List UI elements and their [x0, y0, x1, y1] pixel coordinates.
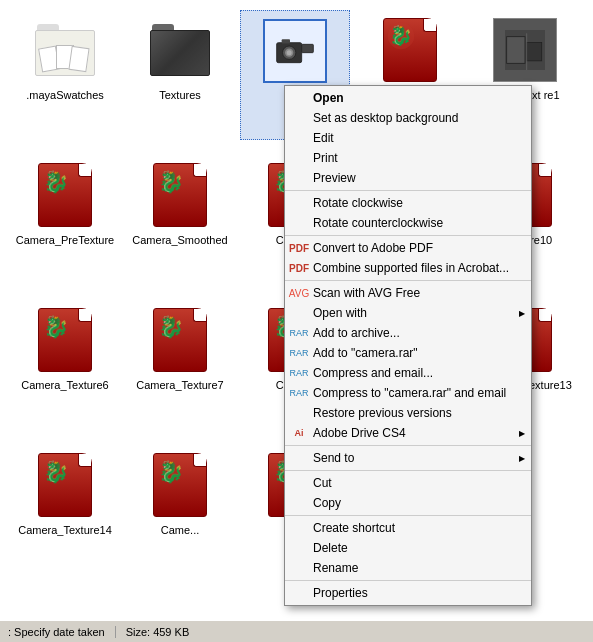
ctx-icon-avg: AVG	[291, 285, 307, 301]
svg-rect-10	[527, 43, 542, 61]
ctx-sep-4	[285, 445, 531, 446]
svg-rect-5	[282, 39, 290, 43]
ctx-item-add-camera-rar[interactable]: RAR Add to "camera.rar"	[285, 343, 531, 363]
dragon-svg-texture6: 🐉	[39, 309, 73, 343]
file-label-mayaswatches: .mayaSwatches	[26, 88, 104, 102]
file-label-camera-texture6: Camera_Texture6	[21, 378, 108, 392]
ctx-icon-rar1: RAR	[291, 325, 307, 341]
context-menu: Open Set as desktop background Edit Prin…	[284, 85, 532, 606]
ctx-icon-pdf: PDF	[291, 240, 307, 256]
dragon-svg-smoothed: 🐉	[154, 164, 188, 198]
file-label-textures: Textures	[159, 88, 201, 102]
folder-icon-textures	[148, 18, 212, 82]
ctx-item-adobe-drive[interactable]: Ai Adobe Drive CS4	[285, 423, 531, 443]
svg-rect-4	[302, 44, 314, 52]
file-label-camera-smoothed: Camera_Smoothed	[132, 233, 227, 247]
ctx-item-pdf-convert[interactable]: PDF Convert to Adobe PDF	[285, 238, 531, 258]
file-item-camera-smoothed[interactable]: 🐉 Camera_Smoothed	[125, 155, 235, 285]
ctx-icon-adobe: Ai	[291, 425, 307, 441]
ctx-sep-5	[285, 470, 531, 471]
red-file-icon-pre: 🐉	[33, 163, 97, 227]
ctx-item-set-desktop[interactable]: Set as desktop background	[285, 108, 531, 128]
dragon-svg-texture7: 🐉	[154, 309, 188, 343]
red-file-icon-4: 🐉	[378, 18, 442, 82]
ctx-item-restore-versions[interactable]: Restore previous versions	[285, 403, 531, 423]
svg-point-3	[287, 50, 292, 55]
ctx-item-rename[interactable]: Rename	[285, 558, 531, 578]
ctx-item-avg[interactable]: AVG Scan with AVG Free	[285, 283, 531, 303]
red-file-icon-texture6: 🐉	[33, 308, 97, 372]
svg-text:🐉: 🐉	[158, 169, 184, 195]
dragon-svg-pre: 🐉	[39, 164, 73, 198]
ctx-sep-6	[285, 515, 531, 516]
ctx-icon-open	[291, 90, 307, 106]
svg-text:🐉: 🐉	[43, 314, 69, 340]
ctx-icon-rar4: RAR	[291, 385, 307, 401]
dark-img-svg	[505, 30, 545, 70]
file-item-camera-texture6[interactable]: 🐉 Camera_Texture6	[10, 300, 120, 430]
svg-text:🐉: 🐉	[158, 314, 184, 340]
camera-img-icon	[263, 19, 327, 83]
ctx-item-cut[interactable]: Cut	[285, 473, 531, 493]
svg-text:🐉: 🐉	[43, 459, 69, 485]
ctx-item-preview[interactable]: Preview	[285, 168, 531, 188]
ctx-item-edit[interactable]: Edit	[285, 128, 531, 148]
status-size: Size: 459 KB	[126, 626, 200, 638]
ctx-sep-7	[285, 580, 531, 581]
ctx-item-open-with[interactable]: Open with	[285, 303, 531, 323]
file-label-camera-texture13: Camera_Texture14	[18, 523, 112, 537]
red-file-icon-smoothed: 🐉	[148, 163, 212, 227]
svg-text:🐉: 🐉	[158, 459, 184, 485]
ctx-item-open[interactable]: Open	[285, 88, 531, 108]
svg-text:🐉: 🐉	[43, 169, 69, 195]
dragon-svg-texture13: 🐉	[39, 454, 73, 488]
file-label-camera-texture7: Camera_Texture7	[136, 378, 223, 392]
svg-rect-9	[507, 37, 525, 64]
file-label-camera-texture14: Came...	[161, 523, 200, 537]
camera-svg	[275, 35, 315, 67]
ctx-sep-2	[285, 235, 531, 236]
ctx-item-rotate-cw[interactable]: Rotate clockwise	[285, 193, 531, 213]
ctx-item-compress-email[interactable]: RAR Compress and email...	[285, 363, 531, 383]
ctx-item-send-to[interactable]: Send to	[285, 448, 531, 468]
status-date: : Specify date taken	[8, 626, 116, 638]
file-item-camera-texture14[interactable]: 🐉 Came...	[125, 445, 235, 575]
ctx-item-compress-rar-email[interactable]: RAR Compress to "camera.rar" and email	[285, 383, 531, 403]
svg-text:🐉: 🐉	[389, 24, 413, 47]
ctx-item-pdf-combine[interactable]: PDF Combine supported files in Acrobat..…	[285, 258, 531, 278]
ctx-icon-rar2: RAR	[291, 345, 307, 361]
file-item-mayaswatches[interactable]: .mayaSwatches	[10, 10, 120, 140]
file-label-camera-pre-texture: Camera_PreTexture	[16, 233, 114, 247]
ctx-icon-rar3: RAR	[291, 365, 307, 381]
file-item-textures[interactable]: Textures	[125, 10, 235, 140]
ctx-sep-3	[285, 280, 531, 281]
status-bar: : Specify date taken Size: 459 KB	[0, 620, 593, 642]
ctx-item-create-shortcut[interactable]: Create shortcut	[285, 518, 531, 538]
ctx-icon-pdf2: PDF	[291, 260, 307, 276]
ctx-item-add-archive[interactable]: RAR Add to archive...	[285, 323, 531, 343]
ctx-item-delete[interactable]: Delete	[285, 538, 531, 558]
dragon-svg-4: 🐉	[384, 19, 418, 53]
red-file-icon-texture7: 🐉	[148, 308, 212, 372]
red-file-icon-texture13: 🐉	[33, 453, 97, 517]
ctx-item-rotate-ccw[interactable]: Rotate counterclockwise	[285, 213, 531, 233]
red-file-icon-texture14: 🐉	[148, 453, 212, 517]
explorer-window: .mayaSwatches Textures	[0, 0, 593, 642]
folder-icon-mayaswatches	[33, 18, 97, 82]
file-item-camera-texture13[interactable]: 🐉 Camera_Texture14	[10, 445, 120, 575]
ctx-item-copy[interactable]: Copy	[285, 493, 531, 513]
dragon-svg-texture14: 🐉	[154, 454, 188, 488]
file-item-camera-texture7[interactable]: 🐉 Camera_Texture7	[125, 300, 235, 430]
ctx-item-properties[interactable]: Properties	[285, 583, 531, 603]
file-item-camera-pre-texture[interactable]: 🐉 Camera_PreTexture	[10, 155, 120, 285]
dark-img-icon-1	[493, 18, 557, 82]
ctx-icon-set-desktop	[291, 110, 307, 126]
ctx-item-print[interactable]: Print	[285, 148, 531, 168]
ctx-sep-1	[285, 190, 531, 191]
